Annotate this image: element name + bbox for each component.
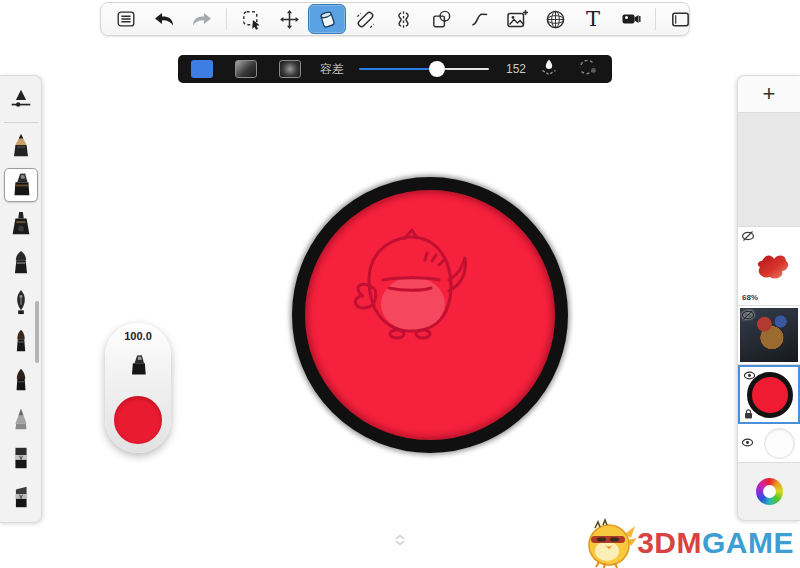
move-icon [278, 8, 301, 31]
pen-nib-icon [8, 288, 34, 316]
flood-fill-button[interactable] [539, 57, 559, 81]
marquee-select-icon [240, 8, 263, 31]
layer-background[interactable] [738, 424, 800, 463]
guides-tool-button[interactable] [346, 4, 384, 34]
layer-photo[interactable] [738, 306, 800, 365]
text-tool-icon: T [586, 9, 600, 30]
frame-icon [669, 8, 692, 31]
select-tool-button[interactable] [232, 4, 270, 34]
redo-icon [190, 7, 214, 31]
add-layer-button[interactable]: + [738, 76, 800, 113]
layer-lock-icon [744, 409, 753, 419]
chick-mascot-icon [585, 518, 637, 568]
layer-visible-icon[interactable] [741, 437, 754, 448]
slider-track-filled [359, 68, 437, 70]
tolerance-slider[interactable] [359, 61, 489, 77]
brush-soft-pencil-button[interactable] [4, 402, 38, 436]
shapes-tool-button[interactable] [422, 4, 460, 34]
layers-empty-area [738, 113, 800, 227]
flat-brush-2-icon [8, 483, 34, 511]
soft-pencil-icon [8, 405, 34, 433]
brush-list-divider [4, 122, 38, 123]
droplet-icon [539, 57, 559, 77]
solid-fill-swatch[interactable] [191, 60, 213, 78]
watermark-text: 3DMGAME [637, 528, 794, 558]
airbrush-icon [8, 327, 34, 355]
toolbar-divider [226, 8, 227, 30]
bird-doodle [343, 228, 483, 343]
canvas-artwork-circle[interactable] [292, 177, 568, 453]
reset-fill-button[interactable] [576, 57, 598, 81]
brush-flat-button[interactable] [4, 441, 38, 475]
collapse-handle-icon [393, 533, 407, 547]
brush-marker-button[interactable] [4, 168, 38, 202]
brush-airbrush-2-button[interactable] [4, 363, 38, 397]
layer-visible-icon[interactable] [743, 370, 756, 381]
paint-stroke-thumbnail [752, 247, 792, 285]
image-add-icon [505, 7, 529, 31]
watermark-game: GAME [702, 526, 794, 559]
menu-icon [115, 8, 137, 30]
timelapse-button[interactable] [612, 4, 650, 34]
redo-button[interactable] [183, 4, 221, 34]
shapes-icon [430, 8, 453, 31]
undo-button[interactable] [145, 4, 183, 34]
sphere-grid-icon [544, 8, 567, 31]
airbrush-2-icon [8, 366, 34, 394]
marker-brush-icon [126, 352, 150, 378]
brush-round-button[interactable] [4, 246, 38, 280]
layer-opacity-value: 68% [742, 293, 758, 302]
layer-hidden-icon[interactable] [741, 230, 755, 242]
color-wheel-button[interactable] [756, 478, 783, 505]
menu-button[interactable] [107, 4, 145, 34]
brush-pencil-button[interactable] [4, 129, 38, 163]
paint-bucket-icon [316, 8, 339, 31]
fill-tool-button[interactable] [308, 4, 346, 34]
brush-flat-2-button[interactable] [4, 480, 38, 514]
layer-paint[interactable]: 68% [738, 227, 800, 306]
brush-puck[interactable]: 100.0 [105, 323, 171, 453]
pencil-brush-icon [8, 132, 34, 160]
fill-options-bar: 容差 152 [178, 55, 612, 83]
slider-handle[interactable] [429, 61, 445, 77]
perspective-tool-button[interactable] [536, 4, 574, 34]
brush-ink-button[interactable] [4, 207, 38, 241]
brush-pen-nib-button[interactable] [4, 285, 38, 319]
tolerance-label: 容差 [320, 61, 344, 78]
brush-adjust-button[interactable] [4, 82, 38, 116]
fullscreen-button[interactable] [661, 4, 699, 34]
reset-icon [576, 57, 598, 77]
color-section [738, 463, 800, 520]
layers-panel: + 68% [737, 75, 800, 521]
current-color-swatch[interactable] [114, 396, 162, 444]
brush-size-value: 100.0 [124, 330, 152, 342]
toolbar-divider [655, 8, 656, 30]
ruler-pencil-icon [354, 8, 377, 31]
tolerance-value: 152 [502, 62, 526, 76]
stroke-tool-button[interactable] [460, 4, 498, 34]
brush-sidebar [0, 75, 42, 523]
ink-brush-icon [8, 210, 34, 238]
brush-adjust-icon [8, 86, 34, 112]
camera-icon [619, 7, 643, 31]
background-thumbnail [764, 428, 795, 459]
brush-scrollbar[interactable] [35, 301, 39, 363]
radial-gradient-swatch[interactable] [279, 60, 301, 78]
text-tool-button[interactable]: T [574, 4, 612, 34]
brush-airbrush-button[interactable] [4, 324, 38, 358]
watermark: 3DMGAME [585, 518, 794, 568]
linear-gradient-swatch[interactable] [235, 60, 257, 78]
layer-hidden-icon[interactable] [741, 309, 755, 321]
layer-circle-selected[interactable] [738, 365, 800, 424]
canvas-collapse-handle[interactable] [390, 530, 410, 550]
watermark-3dm: 3DM [637, 526, 702, 559]
symmetry-icon [392, 8, 415, 31]
transform-tool-button[interactable] [270, 4, 308, 34]
import-image-button[interactable] [498, 4, 536, 34]
curve-icon [468, 8, 491, 31]
flat-brush-icon [8, 444, 34, 472]
round-brush-icon [8, 249, 34, 277]
add-layer-label: + [763, 81, 776, 107]
symmetry-tool-button[interactable] [384, 4, 422, 34]
top-toolbar: T [100, 2, 690, 36]
